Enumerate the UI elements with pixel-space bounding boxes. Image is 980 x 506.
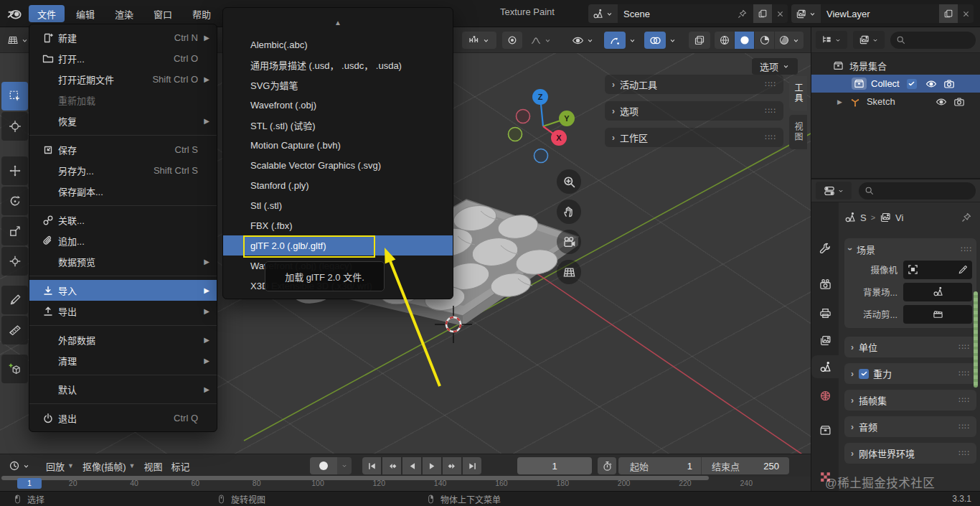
menu-item-data-preview[interactable]: 数据预览▶ — [29, 251, 217, 272]
import-format-item[interactable]: Wavefront (.obj) — [223, 95, 453, 115]
tab-tool[interactable] — [811, 237, 839, 260]
outliner-display-mode-button[interactable] — [816, 31, 847, 49]
import-format-item[interactable]: STL (.stl) (试验) — [223, 115, 453, 135]
pan-view-button[interactable] — [557, 200, 581, 224]
menu-item-defaults[interactable]: 默认▶ — [29, 379, 217, 400]
tool-cursor[interactable] — [1, 112, 28, 141]
scroll-up-indicator[interactable]: ▲ — [223, 11, 453, 34]
scene-panel-header[interactable]: › 场景 ∷∷ — [849, 238, 972, 260]
topbar-menu-item[interactable]: 帮助 — [184, 5, 220, 22]
sidebar-tab[interactable]: 工具 — [789, 76, 807, 111]
tab-output[interactable] — [811, 301, 839, 324]
menu-item-quit[interactable]: 退出Ctrl Q — [29, 408, 217, 428]
eyedropper-icon[interactable] — [958, 265, 968, 275]
tool-annotate[interactable] — [1, 286, 28, 314]
scene-name-field[interactable]: Scene — [618, 4, 753, 23]
xray-toggle[interactable] — [689, 32, 710, 49]
menu-item-append[interactable]: 追加... — [29, 230, 217, 251]
object-visibility-button[interactable] — [566, 32, 599, 49]
sidebar-panel-header[interactable]: › 活动工具 ∷∷ — [605, 75, 783, 94]
tool-rotate[interactable] — [1, 187, 28, 215]
outliner-row-sketch[interactable]: ▶ Sketch — [811, 93, 980, 111]
menu-item-export[interactable]: 导出▶ — [29, 301, 217, 322]
jump-to-end-button[interactable] — [463, 457, 481, 474]
use-preview-range-button[interactable] — [598, 457, 616, 474]
proportional-falloff-button[interactable] — [525, 32, 557, 49]
hide-eye-icon[interactable] — [925, 78, 937, 90]
import-format-item[interactable]: Motion Capture (.bvh) — [223, 135, 453, 155]
import-format-item[interactable]: Stanford (.ply) — [223, 175, 453, 195]
import-format-item[interactable]: glTF 2.0 (.glb/.gltf) — [223, 235, 453, 256]
panel-grip[interactable]: ∷∷ — [765, 80, 776, 89]
current-frame-field[interactable]: 1 — [517, 457, 592, 474]
menu-item-external-data[interactable]: 外部数据▶ — [29, 329, 217, 350]
tab-scene[interactable] — [811, 355, 839, 378]
timeline-ruler[interactable]: 20406080100120140160180200220240 1 — [0, 477, 811, 491]
gravity-checkbox[interactable] — [859, 369, 869, 379]
overlays-dropdown[interactable] — [666, 32, 679, 49]
pin-icon[interactable] — [737, 9, 748, 19]
timeline-menu-item[interactable]: 视图 ▼ — [140, 458, 167, 474]
menu-item-clean-up[interactable]: 清理▶ — [29, 350, 217, 371]
menu-item-import[interactable]: 导入▶ — [29, 280, 217, 301]
shading-wireframe-button[interactable] — [715, 32, 734, 49]
timeline-menu-item[interactable]: 标记 ▼ — [167, 458, 194, 474]
topbar-menu-item[interactable]: 窗口 — [145, 5, 181, 22]
tab-render[interactable] — [811, 273, 839, 296]
editor-type-button[interactable] — [4, 32, 32, 49]
gizmo-minus-y-ball[interactable] — [509, 128, 522, 141]
timeline-menu-item[interactable]: 抠像(插帧) ▼ — [78, 458, 140, 474]
panel-grip[interactable]: ∷∷ — [958, 422, 970, 431]
menu-item-save[interactable]: 保存Ctrl S — [29, 139, 217, 160]
import-format-item[interactable]: Alembic(.abc) — [223, 34, 453, 55]
import-format-item[interactable]: Scalable Vector Graphics (.svg) — [223, 155, 453, 175]
properties-editor-type-button[interactable] — [816, 182, 852, 200]
panel-grip[interactable]: ∷∷ — [765, 106, 776, 116]
new-viewlayer-button[interactable] — [939, 4, 958, 23]
tool-add-cube[interactable] — [1, 355, 28, 383]
topbar-menu-item[interactable]: 渲染 — [106, 5, 142, 22]
menu-item-open[interactable]: 打开...Ctrl O — [29, 48, 217, 69]
collection-checkbox[interactable] — [907, 79, 917, 89]
unlink-scene-button[interactable] — [772, 4, 788, 23]
camera-field[interactable] — [903, 261, 972, 279]
outliner-row-scene-collection[interactable]: 场景集合 — [811, 57, 980, 75]
outliner-row-collect[interactable]: Collect — [811, 75, 980, 93]
properties-panel-header[interactable]: › 重力 ∷∷ — [844, 363, 976, 384]
expand-arrow-icon[interactable]: ▶ — [837, 98, 842, 106]
blender-logo-icon[interactable] — [6, 5, 23, 22]
active-clip-field[interactable] — [903, 305, 972, 324]
menu-item-revert[interactable]: 重新加载 — [29, 90, 217, 111]
viewlayer-type-button[interactable] — [791, 4, 821, 23]
menu-item-save-copy[interactable]: 保存副本... — [29, 181, 217, 202]
camera-view-button[interactable] — [557, 230, 581, 254]
zoom-view-button[interactable] — [557, 169, 581, 194]
panel-grip[interactable]: ∷∷ — [958, 449, 970, 458]
gizmo-minus-x-ball[interactable] — [517, 110, 530, 123]
tool-scale[interactable] — [1, 217, 28, 245]
panel-grip[interactable]: ∷∷ — [958, 395, 970, 405]
sidebar-panel-header[interactable]: › 工作区 ∷∷ — [605, 128, 783, 147]
tool-move[interactable] — [1, 156, 28, 185]
properties-scrollbar[interactable] — [974, 291, 978, 388]
timeline-menu-item[interactable]: 回放 ▼ — [42, 458, 78, 474]
tool-select-box[interactable] — [1, 82, 28, 111]
next-keyframe-button[interactable] — [443, 457, 461, 474]
sidebar-panel-header[interactable]: › 选项 ∷∷ — [605, 101, 783, 121]
new-scene-button[interactable] — [753, 4, 772, 23]
tab-collection[interactable] — [811, 418, 839, 441]
topbar-menu-item[interactable]: 编辑 — [67, 5, 103, 22]
import-format-item[interactable]: SVG为蜡笔 — [223, 75, 453, 95]
disable-render-camera-icon[interactable] — [943, 78, 955, 90]
tool-transform[interactable] — [1, 247, 28, 276]
sidebar-tab[interactable]: 视图 — [789, 115, 807, 149]
import-format-item[interactable]: Stl (.stl) — [223, 195, 453, 215]
snap-target-button[interactable] — [462, 32, 496, 49]
scene-type-button[interactable] — [588, 4, 618, 23]
properties-panel-header[interactable]: › 插帧集 ∷∷ — [844, 390, 976, 411]
toggle-perspective-button[interactable] — [557, 260, 581, 284]
outliner-search-input[interactable] — [890, 32, 976, 49]
navigation-gizmo[interactable]: Z Y X — [509, 89, 575, 163]
hide-eye-icon[interactable] — [936, 96, 947, 108]
play-reverse-button[interactable] — [402, 457, 421, 474]
